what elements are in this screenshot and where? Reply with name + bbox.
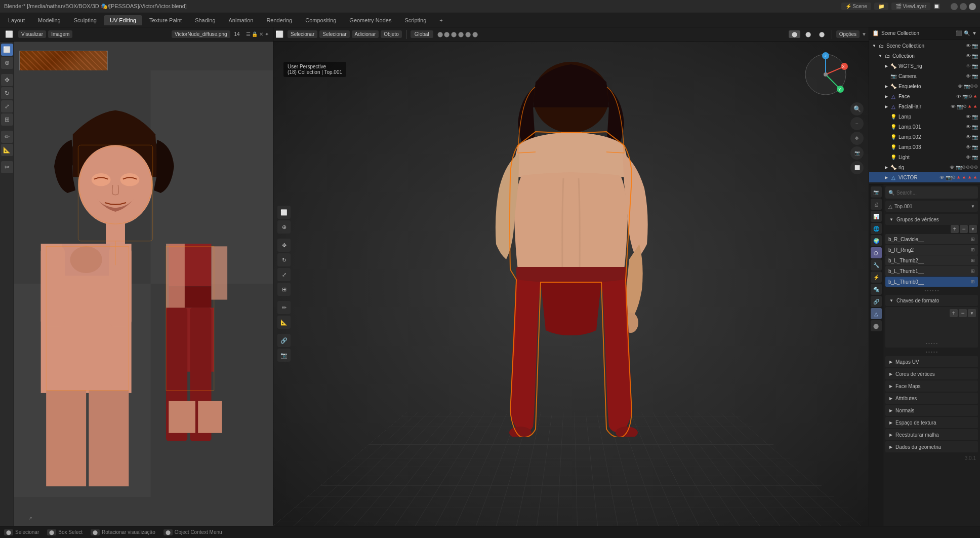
tree-lamp-001[interactable]: 💡 Lamp.001 👁 📷 — [869, 122, 980, 132]
local-view-btn[interactable]: ⬜ — [850, 161, 864, 174]
props-particles-btn[interactable]: ⚡ — [871, 272, 882, 283]
select-box-tool[interactable]: ⬜ — [1, 44, 13, 56]
tree-victor[interactable]: ▶ △ VICTOR 👁 📷 ⚙🔺🔺🔺🔺 — [869, 172, 980, 182]
vertex-colors-header[interactable]: ▶ Cores de vértices — [885, 368, 978, 379]
vp-render-tool[interactable]: 📷 — [277, 349, 291, 362]
attributes-header[interactable]: ▶ Attributes — [885, 393, 978, 404]
vp-annotate-tool[interactable]: ✏ — [277, 301, 291, 314]
props-world-btn[interactable]: 🌍 — [871, 235, 882, 246]
vg-add-btn[interactable]: + — [951, 225, 959, 233]
vertex-groups-header[interactable]: ▼ Grupos de vértices — [885, 214, 978, 225]
options-dropdown[interactable]: ▼ — [862, 31, 867, 37]
options-btn[interactable]: Opções — [836, 30, 860, 38]
viewport-visualizar-btn[interactable]: Selecionar — [288, 30, 317, 38]
props-constraints-btn[interactable]: 🔗 — [871, 296, 882, 307]
tab-rendering[interactable]: Rendering — [260, 15, 298, 25]
texture-space-header[interactable]: ▶ Espaço de textura — [885, 417, 978, 428]
shape-keys-header[interactable]: ▼ Chaves de formato — [885, 295, 978, 306]
uv-imagem-btn[interactable]: Imagem — [48, 30, 72, 38]
uv-viewport[interactable]: ⬜ ⊕ ✥ ↻ ⤢ ⊞ ✏ 📐 ✂ — [0, 42, 273, 526]
tree-rig[interactable]: ▶ 🦴 rig 👁 📷 ⚙⚙⚙⚙ — [869, 162, 980, 172]
face-maps-header[interactable]: ▶ Face Maps — [885, 380, 978, 392]
zoom-in-btn[interactable]: 🔍 — [850, 102, 864, 116]
vp-measure-tool[interactable]: 📐 — [277, 316, 291, 329]
tab-sculpting[interactable]: Sculpting — [68, 15, 103, 25]
zoom-out-btn[interactable]: − — [850, 117, 864, 130]
vg-item-2[interactable]: b_L_Thumb2__ ⊞ — [885, 255, 978, 265]
rotate-tool[interactable]: ↻ — [1, 87, 13, 99]
vg-item-1[interactable]: b_R_Ring2 ⊞ — [885, 245, 978, 255]
tab-uv-editing[interactable]: UV Editing — [104, 15, 142, 25]
viewport-selecionar-btn[interactable]: Selecionar — [319, 30, 349, 38]
tree-face[interactable]: ▶ △ Face 👁 📷 ⚙🔺 — [869, 91, 980, 101]
props-search[interactable]: 🔍 Search... — [885, 186, 978, 199]
tree-lamp-003[interactable]: 💡 Lamp.003 👁 📷 — [869, 142, 980, 152]
tab-compositing[interactable]: Compositing — [299, 15, 342, 25]
outliner-options-icon[interactable]: ▼ — [972, 30, 977, 36]
tab-scripting[interactable]: Scripting — [398, 15, 432, 25]
vp-move-tool[interactable]: ✥ — [277, 239, 291, 252]
vp-rotate-tool[interactable]: ↻ — [277, 253, 291, 266]
remesh-header[interactable]: ▶ Reestruturar malha — [885, 429, 978, 440]
measure-tool[interactable]: 📐 — [1, 144, 13, 156]
scene-visibility[interactable]: 👁 — [966, 43, 971, 49]
annotate-tool[interactable]: ✏ — [1, 131, 13, 143]
vp-transform-tool[interactable]: ⊞ — [277, 283, 291, 296]
scene-render[interactable]: 📷 — [972, 43, 978, 49]
vg-remove-btn[interactable]: − — [960, 225, 968, 233]
uv-visualizar-btn[interactable]: Visualizar — [18, 30, 46, 38]
props-material-btn[interactable]: ⬤ — [871, 320, 882, 331]
outliner-search-icon[interactable]: 🔍 — [964, 30, 970, 36]
tab-layout[interactable]: Layout — [2, 15, 31, 25]
tab-animation[interactable]: Animation — [223, 15, 260, 25]
sk-more-btn[interactable]: ▼ — [968, 309, 976, 317]
cursor-tool[interactable]: ⊕ — [1, 57, 13, 69]
layer-selector[interactable]: 🎬 ViewLayer — [891, 3, 930, 10]
collection-render[interactable]: 📷 — [972, 53, 978, 59]
move-tool[interactable]: ✥ — [1, 74, 13, 86]
tab-texture-paint[interactable]: Texture Paint — [143, 15, 188, 25]
tree-wgts-rig[interactable]: ▶ 🦴 WGTS_rig 👁 📷 — [869, 61, 980, 71]
vp-select-tool[interactable]: ⬜ — [277, 206, 291, 219]
tab-geometry-nodes[interactable]: Geometry Nodes — [343, 15, 397, 25]
tree-facial-hair[interactable]: ▶ △ FacialHair 👁 📷 ⚙🔺🔺 — [869, 101, 980, 111]
transform-global[interactable]: Global — [411, 30, 433, 38]
tree-lamp-002[interactable]: 💡 Lamp.002 👁 📷 — [869, 132, 980, 142]
outliner-filter-icon[interactable]: ⬛ — [956, 30, 962, 36]
axis-gizmo[interactable]: X Y Z — [803, 52, 848, 97]
tree-esqueleto[interactable]: ▶ 🦴 Esqueleto 👁 📷 ⚙⚙ — [869, 81, 980, 91]
viewport-adicionar-btn[interactable]: Adicionar — [352, 30, 379, 38]
viewport-3d-content[interactable]: User Perspective (18) Collection | Top.0… — [273, 42, 869, 526]
mesh-dropdown[interactable]: ▼ — [971, 204, 975, 209]
props-modifier-btn[interactable]: 🔧 — [871, 259, 882, 271]
vg-item-3[interactable]: b_L_Thumb1__ ⊞ — [885, 266, 978, 276]
uv-texture-canvas[interactable]: ↗ — [14, 42, 273, 526]
vp-scale-tool[interactable]: ⤢ — [277, 268, 291, 281]
scale-tool[interactable]: ⤢ — [1, 100, 13, 112]
props-output-btn[interactable]: 🖨 — [871, 199, 882, 210]
geometry-data-header[interactable]: ▶ Dados da geometria — [885, 441, 978, 452]
win-minimize[interactable] — [951, 3, 958, 10]
viewport-shading-rendered[interactable]: ⬤ — [816, 30, 828, 38]
tree-collection[interactable]: ▼ 🗂 Collection 👁 📷 — [869, 51, 980, 61]
props-data-btn[interactable]: △ — [871, 308, 882, 319]
win-maximize[interactable] — [960, 3, 967, 10]
sk-remove-btn[interactable]: − — [959, 309, 967, 317]
transform-tool[interactable]: ⊞ — [1, 113, 13, 126]
uv-maps-header[interactable]: ▶ Mapas UV — [885, 356, 978, 367]
scene-selector[interactable]: 📁 — [874, 3, 888, 10]
viewport-objeto-btn[interactable]: Objeto — [381, 30, 401, 38]
normals-header[interactable]: ▶ Normais — [885, 405, 978, 416]
win-close[interactable] — [969, 3, 976, 10]
tab-modeling[interactable]: Modeling — [32, 15, 67, 25]
props-physics-btn[interactable]: 🔩 — [871, 284, 882, 295]
uv-image-controls[interactable]: ☰ 🔒 ✕ ✦ — [244, 31, 271, 37]
props-render-btn[interactable]: 📷 — [871, 186, 882, 198]
pan-btn[interactable]: ✥ — [850, 132, 864, 145]
vg-more-btn[interactable]: ▼ — [969, 225, 977, 233]
vg-item-0[interactable]: b_R_Clavicle__ ⊞ — [885, 234, 978, 244]
vp-extra-tool[interactable]: 🔗 — [277, 334, 291, 347]
sk-add-btn[interactable]: + — [950, 309, 958, 317]
tree-light[interactable]: 💡 Light 👁 📷 — [869, 152, 980, 162]
transform-icons[interactable]: ⬤ ⬤ ⬤ ⬤ ⬤ ⬤ — [435, 31, 480, 37]
